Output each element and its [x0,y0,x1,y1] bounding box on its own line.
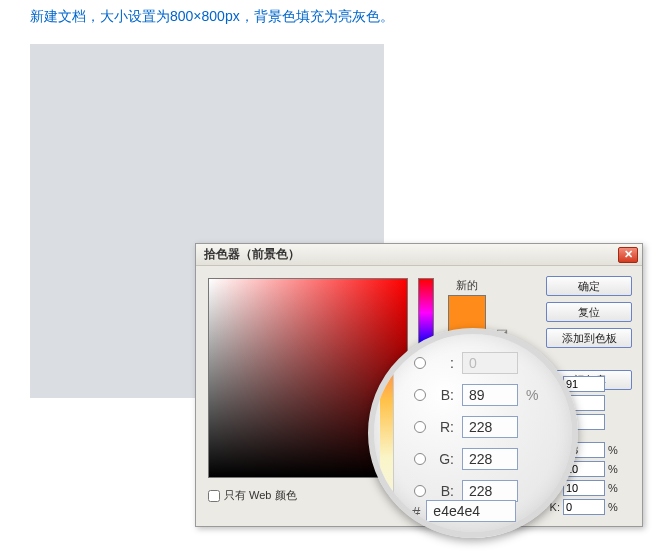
dialog-titlebar[interactable]: 拾色器（前景色） ✕ [196,244,642,266]
reset-button[interactable]: 复位 [546,302,632,322]
percent-unit: % [608,444,618,456]
rgb-g-radio[interactable] [414,453,426,465]
close-button[interactable]: ✕ [618,247,638,263]
close-icon: ✕ [624,248,633,261]
magnified-fields: : 0 B: 89 % R: 228 G: 228 B: 228 [414,352,540,502]
rgb-b-label: B: [434,483,454,499]
hsb-b-label: B: [434,387,454,403]
percent-unit: % [608,482,618,494]
rgb-b-value[interactable]: 228 [462,480,518,502]
dialog-title: 拾色器（前景色） [204,246,300,263]
cmyk-k-input[interactable] [563,499,605,515]
rgb-g-label: G: [434,451,454,467]
lab-L-input[interactable] [563,376,605,392]
hsb-h-value: 0 [462,352,518,374]
hsb-h-label: : [434,355,454,371]
web-only-label: 只有 Web 颜色 [224,488,297,503]
percent-unit: % [526,387,540,403]
add-swatch-button[interactable]: 添加到色板 [546,328,632,348]
rgb-b-radio[interactable] [414,485,426,497]
percent-unit: % [608,463,618,475]
hex-hash: # [412,503,420,520]
rgb-r-radio[interactable] [414,421,426,433]
web-only-input[interactable] [208,490,220,502]
instruction-text: 新建文档，大小设置为800×800px，背景色填充为亮灰色。 [0,0,652,26]
hsb-b-radio[interactable] [414,389,426,401]
new-swatch-label: 新的 [448,278,486,293]
hex-input[interactable]: e4e4e4 [426,500,516,522]
percent-unit: % [608,501,618,513]
hsb-h-radio[interactable] [414,357,426,369]
new-color-swatch [449,296,485,323]
rgb-g-value[interactable]: 228 [462,448,518,470]
hsb-b-value[interactable]: 89 [462,384,518,406]
ok-button[interactable]: 确定 [546,276,632,296]
hex-row: # e4e4e4 [412,500,516,522]
cmyk-y-input[interactable] [563,480,605,496]
rgb-r-label: R: [434,419,454,435]
rgb-r-value[interactable]: 228 [462,416,518,438]
web-only-checkbox[interactable]: 只有 Web 颜色 [208,488,297,503]
magnifier-lens: : 0 B: 89 % R: 228 G: 228 B: 228 [368,328,578,538]
